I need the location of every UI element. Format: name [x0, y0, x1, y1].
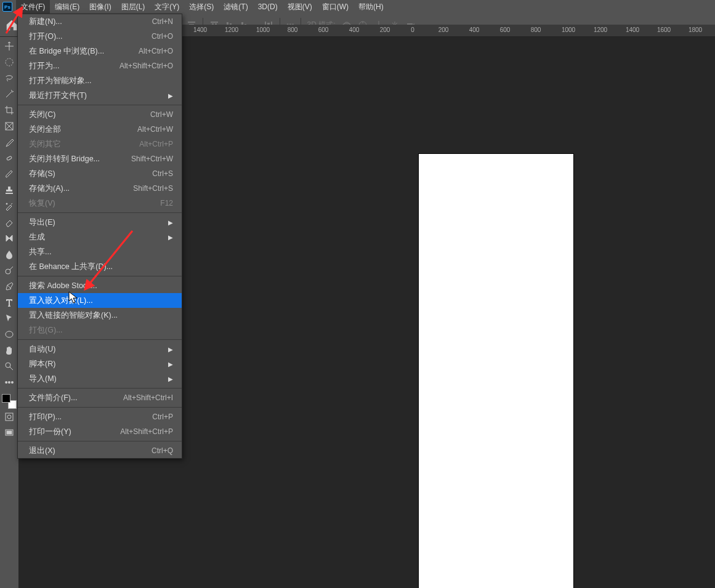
menu-item[interactable]: 新建(N)...Ctrl+N [18, 14, 182, 29]
svg-point-32 [6, 269, 10, 274]
menu-item[interactable]: 打印(P)...Ctrl+P [18, 409, 182, 424]
menu-item: 恢复(V)F12 [18, 196, 182, 211]
menu-item: 关闭其它Alt+Ctrl+P [18, 137, 182, 151]
menu-item[interactable]: 文件简介(F)...Alt+Shift+Ctrl+I [18, 390, 182, 405]
svg-rect-30 [7, 156, 12, 160]
menu-item[interactable]: 打开为智能对象... [18, 73, 182, 88]
zoom-tool-icon[interactable] [1, 359, 17, 374]
menu-item[interactable]: 存储(S)Ctrl+S [18, 166, 182, 181]
wand-tool-icon[interactable] [1, 87, 17, 102]
menu-item[interactable]: 置入链接的智能对象(K)... [18, 308, 182, 323]
quickmask-icon[interactable] [1, 409, 17, 424]
eyedropper-tool-icon[interactable] [1, 135, 17, 150]
menu-file[interactable]: 文件(F) [16, 0, 50, 14]
menu-item[interactable]: 最近打开文件(T)▶ [18, 88, 182, 103]
svg-rect-9 [188, 22, 195, 23]
svg-point-28 [6, 58, 13, 66]
menu-item: 打包(G)... [18, 323, 182, 337]
gradient-tool-icon[interactable] [1, 231, 17, 246]
heal-tool-icon[interactable] [1, 151, 17, 166]
svg-rect-38 [7, 431, 12, 434]
type-tool-icon[interactable] [1, 295, 17, 310]
menu-help[interactable]: 帮助(H) [353, 0, 389, 14]
menu-layer[interactable]: 图层(L) [116, 0, 150, 14]
blur-tool-icon[interactable] [1, 247, 17, 262]
menu-item[interactable]: 生成▶ [18, 230, 182, 244]
marquee-tool-icon[interactable] [1, 55, 17, 70]
svg-point-34 [6, 363, 10, 368]
path-tool-icon[interactable] [1, 311, 17, 326]
menu-bar: Ps 文件(F) 编辑(E) 图像(I) 图层(L) 文字(Y) 选择(S) 滤… [0, 0, 715, 14]
menu-item[interactable]: 退出(X)Ctrl+Q [18, 443, 182, 458]
hand-tool-icon[interactable] [1, 343, 17, 358]
menu-item[interactable]: 自动(U)▶ [18, 342, 182, 356]
menu-item[interactable]: 导入(M)▶ [18, 371, 182, 386]
svg-point-33 [6, 331, 13, 337]
pen-tool-icon[interactable] [1, 279, 17, 294]
menu-image[interactable]: 图像(I) [84, 0, 116, 14]
menu-item[interactable]: 共享... [18, 244, 182, 259]
brush-tool-icon[interactable] [1, 167, 17, 182]
menu-view[interactable]: 视图(V) [283, 0, 317, 14]
menu-item[interactable]: 打开为...Alt+Shift+Ctrl+O [18, 58, 182, 73]
toolbox: ••• [0, 37, 18, 441]
menu-item[interactable]: 置入嵌入对象(L)... [18, 293, 182, 308]
menu-window[interactable]: 窗口(W) [317, 0, 353, 14]
menu-item[interactable]: 脚本(R)▶ [18, 356, 182, 371]
move-tool-icon[interactable] [1, 39, 17, 54]
menu-item[interactable]: 在 Behance 上共享(D)... [18, 259, 182, 274]
photoshop-logo-icon: Ps [2, 2, 12, 12]
menu-item[interactable]: 关闭并转到 Bridge...Shift+Ctrl+W [18, 151, 182, 166]
menu-edit[interactable]: 编辑(E) [50, 0, 84, 14]
color-swatch[interactable] [2, 394, 17, 409]
menu-3d[interactable]: 3D(D) [253, 1, 283, 13]
canvas-document[interactable] [419, 154, 573, 588]
shape-tool-icon[interactable] [1, 327, 17, 342]
svg-point-31 [6, 203, 7, 204]
menu-item[interactable]: 搜索 Adobe Stock... [18, 278, 182, 293]
svg-point-36 [7, 415, 11, 419]
menu-item[interactable]: 关闭全部Alt+Ctrl+W [18, 122, 182, 137]
stamp-tool-icon[interactable] [1, 183, 17, 198]
menu-select[interactable]: 选择(S) [184, 0, 219, 14]
frame-tool-icon[interactable] [1, 119, 17, 134]
more-tools-icon[interactable]: ••• [1, 375, 17, 390]
menu-item[interactable]: 打印一份(Y)Alt+Shift+Ctrl+P [18, 424, 182, 439]
home-icon[interactable] [5, 18, 18, 32]
eraser-tool-icon[interactable] [1, 215, 17, 230]
svg-rect-35 [6, 413, 13, 421]
screenmode-icon[interactable] [1, 425, 17, 440]
crop-tool-icon[interactable] [1, 103, 17, 118]
menu-item[interactable]: 存储为(A)...Shift+Ctrl+S [18, 181, 182, 196]
lasso-tool-icon[interactable] [1, 71, 17, 86]
menu-item[interactable]: 关闭(C)Ctrl+W [18, 107, 182, 122]
menu-type[interactable]: 文字(Y) [150, 0, 184, 14]
svg-rect-12 [211, 22, 218, 23]
history-brush-tool-icon[interactable] [1, 199, 17, 214]
menu-filter[interactable]: 滤镜(T) [219, 0, 252, 14]
menu-item[interactable]: 在 Bridge 中浏览(B)...Alt+Ctrl+O [18, 44, 182, 58]
menu-item[interactable]: 打开(O)...Ctrl+O [18, 29, 182, 44]
file-menu-dropdown: 新建(N)...Ctrl+N打开(O)...Ctrl+O在 Bridge 中浏览… [17, 14, 182, 459]
menu-item[interactable]: 导出(E)▶ [18, 215, 182, 230]
dodge-tool-icon[interactable] [1, 263, 17, 278]
